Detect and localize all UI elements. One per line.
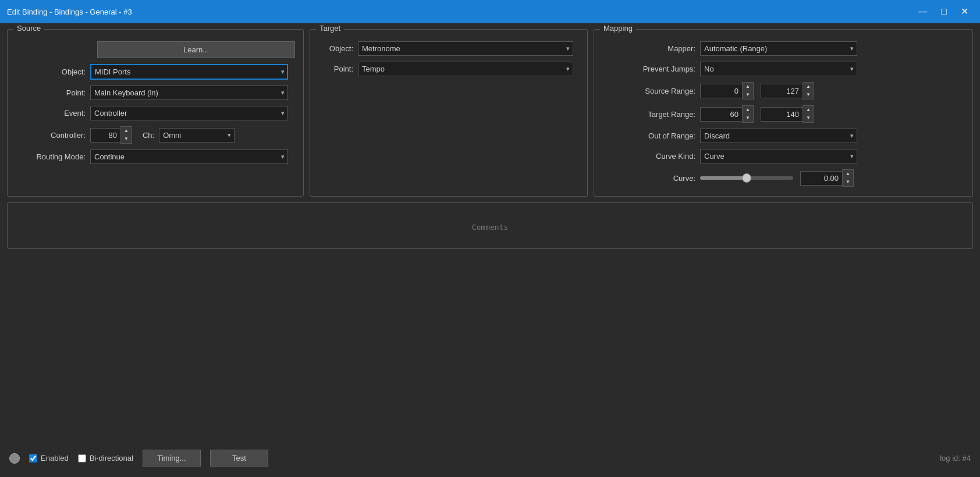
source-ch-wrapper: Omni <box>159 128 235 143</box>
controller-input[interactable] <box>90 128 120 143</box>
spacer <box>7 255 973 439</box>
source-controller-spinbox: ▲ ▼ <box>90 126 132 144</box>
title-bar: Edit Binding - Bindings - General - #3 —… <box>0 0 980 23</box>
prevent-jumps-label: Prevent Jumps: <box>602 65 695 73</box>
target-range-min-btns: ▲ ▼ <box>742 105 754 123</box>
source-range-max-down[interactable]: ▼ <box>803 91 814 99</box>
learn-row: Learn... <box>16 41 295 58</box>
mapping-panel: Mapping Mapper: Automatic (Range) Preven… <box>594 29 973 197</box>
target-range-min-up[interactable]: ▲ <box>743 106 753 114</box>
curve-kind-select[interactable]: Curve <box>700 149 857 163</box>
log-id: log id: #4 <box>940 454 971 462</box>
target-panel: Target Object: Metronome Point: <box>310 29 588 197</box>
mapper-wrapper: Automatic (Range) <box>700 41 857 56</box>
out-of-range-select[interactable]: Discard <box>700 129 857 143</box>
target-range-max-btns: ▲ ▼ <box>803 105 814 123</box>
curve-kind-row: Curve Kind: Curve <box>602 149 964 163</box>
target-point-wrapper: Tempo <box>358 62 573 76</box>
target-object-label: Object: <box>318 44 353 53</box>
source-range-min-down[interactable]: ▼ <box>743 91 753 99</box>
target-range-label: Target Range: <box>602 110 695 119</box>
bidirectional-checkbox-label[interactable]: Bi-directional <box>78 454 133 462</box>
test-button[interactable]: Test <box>210 450 268 467</box>
maximize-button[interactable]: □ <box>936 6 951 17</box>
target-point-select[interactable]: Tempo <box>358 62 573 76</box>
source-object-select[interactable]: MIDI Ports <box>90 64 288 80</box>
source-point-select[interactable]: Main Keyboard (in) <box>90 86 288 100</box>
prevent-jumps-select[interactable]: No <box>700 62 857 76</box>
ch-label: Ch: <box>143 131 154 140</box>
mapping-panel-title: Mapping <box>600 24 636 33</box>
mapper-select[interactable]: Automatic (Range) <box>700 41 857 56</box>
curve-row: Curve: ▲ ▼ <box>602 169 964 187</box>
target-point-label: Point: <box>318 65 353 73</box>
source-event-select[interactable]: Controller <box>90 106 288 120</box>
main-content: Source Learn... Object: MIDI Ports <box>0 23 980 477</box>
curve-slider-container <box>700 176 793 180</box>
source-range-min-spinbox: ▲ ▼ <box>700 82 754 99</box>
close-button[interactable]: ✕ <box>956 6 973 17</box>
bidirectional-checkbox[interactable] <box>78 454 86 462</box>
enabled-label: Enabled <box>41 454 69 462</box>
curve-value-btns: ▲ ▼ <box>842 169 854 187</box>
target-object-row: Object: Metronome <box>318 41 579 56</box>
target-range-min-input[interactable] <box>700 107 742 122</box>
window-controls: — □ ✕ <box>913 6 973 17</box>
status-light <box>9 453 20 464</box>
target-range-max-up[interactable]: ▲ <box>803 106 814 114</box>
source-event-wrapper: Controller <box>90 106 288 120</box>
source-controller-row: Controller: ▲ ▼ Ch: Omni <box>16 126 295 144</box>
comments-textarea[interactable] <box>16 212 964 247</box>
source-ch-select[interactable]: Omni <box>159 128 235 143</box>
controller-down[interactable]: ▼ <box>121 135 132 143</box>
target-object-wrapper: Metronome <box>358 41 573 56</box>
minimize-button[interactable]: — <box>913 6 932 17</box>
out-of-range-label: Out of Range: <box>602 131 695 140</box>
target-range-max-input[interactable] <box>761 107 803 122</box>
controller-up[interactable]: ▲ <box>121 127 132 135</box>
source-range-max-spinbox: ▲ ▼ <box>761 82 814 99</box>
target-range-min-spinbox: ▲ ▼ <box>700 105 754 123</box>
source-event-label: Event: <box>16 109 86 118</box>
source-range-max-up[interactable]: ▲ <box>803 83 814 91</box>
out-of-range-row: Out of Range: Discard <box>602 129 964 143</box>
mapper-label: Mapper: <box>602 44 695 53</box>
learn-button[interactable]: Learn... <box>97 41 295 58</box>
target-range-max-down[interactable]: ▼ <box>803 114 814 122</box>
enabled-checkbox-label[interactable]: Enabled <box>29 454 69 462</box>
curve-value-down[interactable]: ▼ <box>843 178 853 186</box>
bottom-bar: Enabled Bi-directional Timing... Test lo… <box>7 445 973 471</box>
source-object-row: Object: MIDI Ports <box>16 64 295 80</box>
source-range-min-up[interactable]: ▲ <box>743 83 753 91</box>
curve-slider-track[interactable] <box>700 176 793 180</box>
curve-value-input[interactable] <box>800 171 842 186</box>
source-point-row: Point: Main Keyboard (in) <box>16 86 295 100</box>
curve-kind-wrapper: Curve <box>700 149 857 163</box>
prevent-jumps-row: Prevent Jumps: No <box>602 62 964 76</box>
enabled-checkbox[interactable] <box>29 454 37 462</box>
source-range-max-btns: ▲ ▼ <box>803 82 814 99</box>
source-routing-label: Routing Mode: <box>16 152 86 161</box>
curve-slider-thumb[interactable] <box>742 173 751 183</box>
source-range-min-input[interactable] <box>700 84 742 98</box>
source-routing-wrapper: Continue <box>90 149 288 164</box>
panels-row: Source Learn... Object: MIDI Ports <box>7 29 973 197</box>
target-point-row: Point: Tempo <box>318 62 579 76</box>
curve-value-up[interactable]: ▲ <box>843 170 853 178</box>
window-title: Edit Binding - Bindings - General - #3 <box>7 8 132 16</box>
target-object-select[interactable]: Metronome <box>358 41 573 56</box>
timing-button[interactable]: Timing... <box>143 450 201 467</box>
prevent-jumps-wrapper: No <box>700 62 857 76</box>
out-of-range-wrapper: Discard <box>700 129 857 143</box>
target-range-row: Target Range: ▲ ▼ ▲ ▼ <box>602 105 964 123</box>
source-range-max-input[interactable] <box>761 84 803 98</box>
source-routing-select[interactable]: Continue <box>90 149 288 164</box>
source-point-wrapper: Main Keyboard (in) <box>90 86 288 100</box>
curve-label: Curve: <box>602 174 695 183</box>
target-range-min-down[interactable]: ▼ <box>743 114 753 122</box>
source-range-min-btns: ▲ ▼ <box>742 82 754 99</box>
source-inner: Learn... Object: MIDI Ports Point: <box>16 39 295 164</box>
source-controller-label: Controller: <box>16 131 86 140</box>
source-object-label: Object: <box>16 67 86 76</box>
source-object-wrapper: MIDI Ports <box>90 64 288 80</box>
